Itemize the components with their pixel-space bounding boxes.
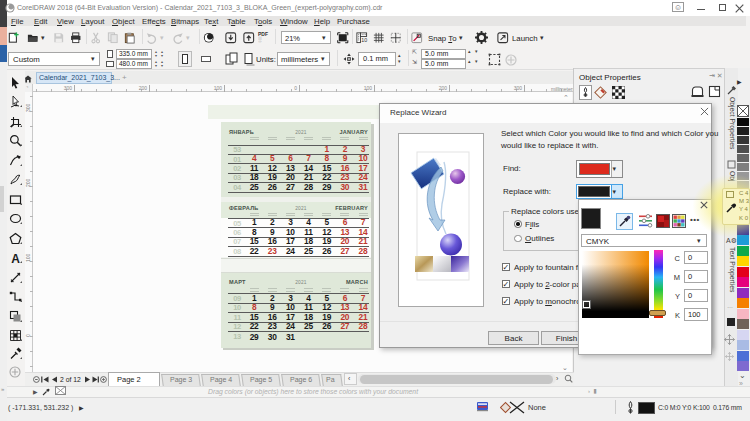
- svg-text:A: A: [11, 252, 20, 265]
- svg-text:10: 10: [361, 37, 367, 43]
